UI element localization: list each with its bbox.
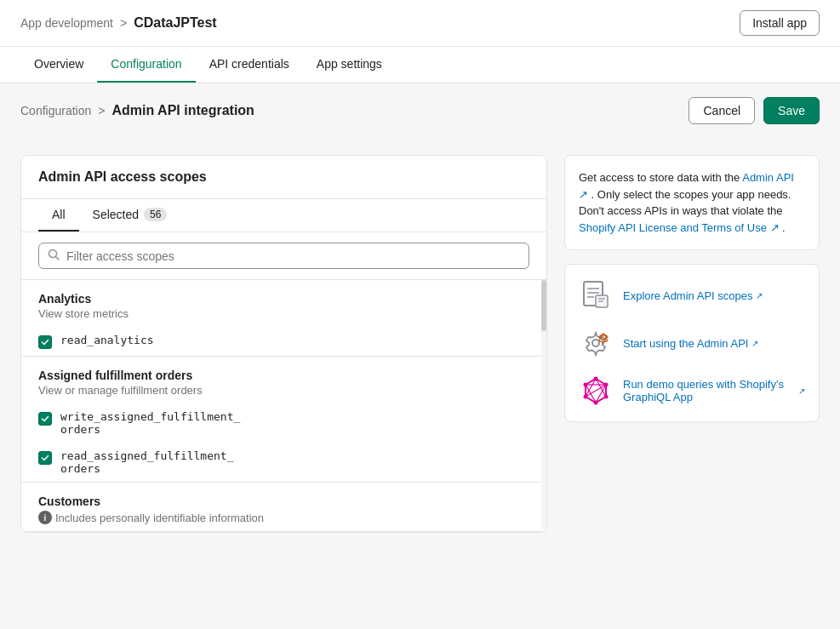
explore-api-link[interactable]: Explore Admin API scopes ↗ (623, 289, 763, 302)
scope-item-read-analytics: read_analytics (21, 327, 546, 356)
left-panel: Admin API access scopes All Selected 56 (20, 155, 547, 533)
scopes-scroll-area: Analytics View store metrics read_analyt… (21, 280, 546, 532)
resource-start: Start using the Admin API ↗ (579, 326, 805, 360)
scope-section-fulfillment: Assigned fulfillment orders View or mana… (21, 357, 546, 483)
gear-icon (579, 326, 613, 360)
sub-breadcrumb-left: Configuration > Admin API integration (20, 103, 254, 118)
ext-link-icon-1: ↗ (579, 188, 588, 201)
sub-breadcrumb-parent: Configuration (20, 104, 91, 117)
filter-input-wrap (38, 243, 529, 269)
tab-api-credentials[interactable]: API credentials (196, 47, 303, 83)
section-desc-analytics: View store metrics (38, 307, 529, 320)
label-write-fulfillment: write_assigned_fulfillment_orders (60, 410, 240, 436)
label-read-analytics: read_analytics (60, 334, 154, 346)
explore-ext-icon: ↗ (756, 291, 763, 300)
sub-breadcrumb: Configuration > Admin API integration Ca… (0, 83, 840, 138)
panel-tabs: All Selected 56 (21, 199, 546, 232)
section-header-analytics: Analytics View store metrics (21, 280, 546, 327)
sub-breadcrumb-current: Admin API integration (111, 103, 254, 118)
tab-overview[interactable]: Overview (20, 47, 97, 83)
filter-area (21, 232, 546, 280)
section-title-customers: Customers (38, 495, 529, 508)
sub-breadcrumb-separator: > (98, 104, 105, 117)
install-app-button[interactable]: Install app (740, 10, 820, 36)
right-panel: Get access to store data with the Admin … (564, 155, 820, 533)
label-read-fulfillment: read_assigned_fulfillment_orders (60, 449, 234, 475)
scope-item-write-fulfillment: write_assigned_fulfillment_orders (21, 403, 546, 443)
section-title-fulfillment: Assigned fulfillment orders (38, 369, 529, 382)
save-button[interactable]: Save (763, 97, 820, 124)
search-icon (48, 249, 60, 263)
resource-explore: Explore Admin API scopes ↗ (579, 278, 805, 312)
panel-header: Admin API access scopes (21, 156, 546, 199)
svg-line-1 (56, 257, 60, 260)
ext-link-icon-2: ↗ (770, 221, 780, 234)
info-text-3: . (780, 221, 786, 234)
cancel-button[interactable]: Cancel (689, 97, 755, 124)
section-header-fulfillment: Assigned fulfillment orders View or mana… (21, 357, 546, 403)
nav-tabs: Overview Configuration API credentials A… (0, 47, 840, 83)
start-api-link[interactable]: Start using the Admin API ↗ (623, 337, 758, 350)
section-title-analytics: Analytics (38, 292, 529, 306)
top-bar: App development > CDataJPTest Install ap… (0, 0, 840, 47)
scope-section-customers: Customers i Includes personally identifi… (21, 483, 546, 532)
main-content: Admin API access scopes All Selected 56 (0, 138, 840, 550)
start-ext-icon: ↗ (751, 339, 758, 348)
scroll-track (541, 280, 546, 532)
tab-selected[interactable]: Selected 56 (79, 199, 181, 232)
tab-configuration[interactable]: Configuration (97, 47, 195, 83)
info-card: Get access to store data with the Admin … (564, 155, 820, 250)
customers-info-row: i Includes personally identifiable infor… (38, 511, 529, 524)
selected-badge: 56 (144, 208, 167, 221)
info-text-2: . Only select the scopes your app needs.… (579, 188, 791, 218)
checkbox-read-fulfillment[interactable] (38, 451, 52, 465)
resource-graphql: Run demo queries with Shopify's GraphiQL… (579, 374, 805, 408)
graphql-icon (579, 374, 613, 408)
checkbox-write-fulfillment[interactable] (38, 412, 52, 426)
scope-section-analytics: Analytics View store metrics read_analyt… (21, 280, 546, 357)
breadcrumb-current: CDataJPTest (134, 15, 217, 31)
license-link[interactable]: Shopify API License and Terms of Use ↗ (579, 221, 780, 234)
info-icon: i (38, 511, 52, 524)
checkbox-read-analytics[interactable] (38, 335, 52, 349)
breadcrumb: App development > CDataJPTest (20, 15, 217, 31)
section-header-customers: Customers i Includes personally identifi… (21, 483, 546, 531)
resource-card: Explore Admin API scopes ↗ Start us (564, 264, 820, 422)
sub-breadcrumb-actions: Cancel Save (689, 97, 820, 124)
scroll-thumb[interactable] (541, 280, 546, 331)
tab-app-settings[interactable]: App settings (303, 47, 396, 83)
breadcrumb-separator: > (120, 16, 127, 30)
customers-info-text: Includes personally identifiable informa… (55, 512, 264, 524)
info-text-1: Get access to store data with the (579, 171, 742, 184)
document-icon (579, 278, 613, 312)
breadcrumb-parent: App development (20, 16, 113, 30)
graphql-link[interactable]: Run demo queries with Shopify's GraphiQL… (623, 378, 805, 403)
svg-point-9 (592, 340, 599, 346)
search-input[interactable] (66, 249, 520, 263)
tab-all[interactable]: All (38, 199, 79, 232)
panel-title: Admin API access scopes (38, 169, 207, 184)
scope-item-read-fulfillment: read_assigned_fulfillment_orders (21, 443, 546, 482)
graphql-ext-icon: ↗ (798, 386, 805, 396)
scopes-list: Analytics View store metrics read_analyt… (21, 280, 546, 532)
section-desc-fulfillment: View or manage fulfillment orders (38, 384, 529, 397)
